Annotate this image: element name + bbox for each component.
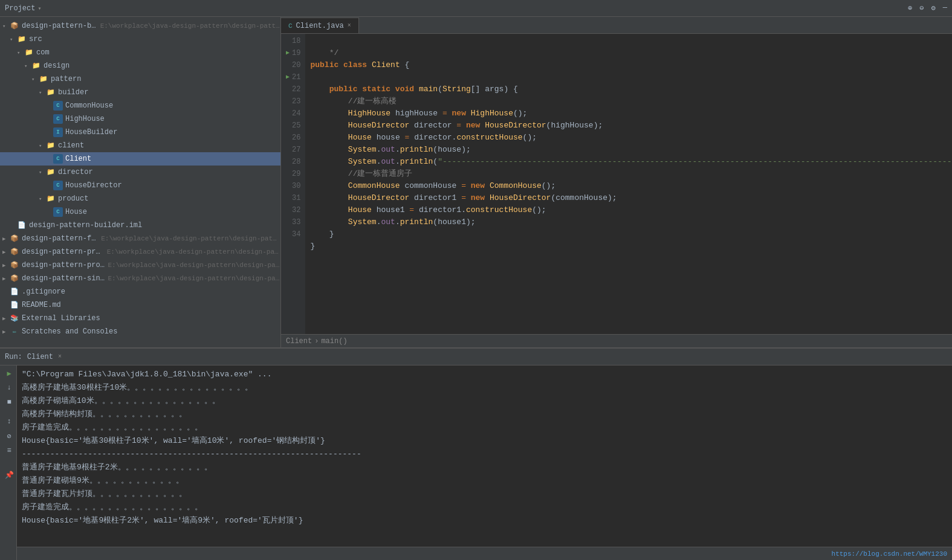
tree-arrow-client[interactable]: ▾ [39,143,46,149]
tree-arrow-pattern[interactable]: ▾ [31,76,39,83]
tree-item-House[interactable]: CHouse [0,205,280,219]
line-34: 34 [286,228,300,240]
tree-item-root[interactable]: ▾📦design-pattern-builderE:\workplace\jav… [0,19,280,33]
tab-close-button[interactable]: × [348,22,351,29]
tree-item-src[interactable]: ▾📁src [0,33,280,46]
tree-arrow-director[interactable]: ▾ [39,169,46,176]
tree-icon-readme: 📄 [10,300,19,310]
main-area: ▾📦design-pattern-builderE:\workplace\jav… [0,17,952,347]
tree-item-extlib[interactable]: ▶📚External Libraries [0,312,280,325]
line-19: ▶19 [286,47,300,59]
tree-arrow-src[interactable]: ▾ [10,36,17,43]
run-button[interactable]: ▶ [2,367,16,380]
tree-icon-HighHouse: C [53,114,63,124]
file-tree: ▾📦design-pattern-builderE:\workplace\jav… [0,17,280,347]
tree-icon-director: 📁 [46,167,56,177]
tree-item-builder[interactable]: ▾📁builder [0,86,280,99]
tree-item-HighHouse[interactable]: CHighHouse [0,112,280,126]
tree-arrow-singleton[interactable]: ▶ [2,275,10,282]
tree-label-House: House [65,208,87,216]
stop-button[interactable]: ■ [2,396,16,409]
breadcrumb-separator: › [314,337,319,346]
tree-label-gitignore: .gitignore [22,288,65,296]
tree-arrow-extlib[interactable]: ▶ [2,315,10,322]
settings-run-button[interactable]: ≡ [2,444,16,457]
tree-arrow-factory[interactable]: ▶ [2,236,10,242]
tree-item-design[interactable]: ▾📁design [0,59,280,72]
code-text[interactable]: */ public class Client { public static v… [305,34,952,334]
tree-icon-design: 📁 [31,61,41,71]
tree-icon-singleton: 📦 [10,274,19,283]
tree-arrow-root[interactable]: ▾ [2,23,10,30]
tree-icon-extlib: 📚 [10,314,19,323]
line-18: 18 [286,35,300,47]
tree-item-com[interactable]: ▾📁com [0,46,280,59]
rerun-button[interactable]: ↓ [2,381,16,394]
tree-item-factory[interactable]: ▶📦design-pattern-factoryE:\workplace\jav… [0,232,280,245]
tree-icon-prototype: 📦 [10,260,19,270]
tree-item-client[interactable]: ▾📁client [0,139,280,152]
tree-item-pattern[interactable]: ▾📁pattern [0,72,280,86]
tree-icon-Client: C [53,154,63,164]
console-line-4: 高楼房子钢结构封顶。。。。。。。。。。。。 [22,408,947,421]
project-dropdown-arrow[interactable]: ▾ [37,5,41,12]
tree-item-CommonHouse[interactable]: CCommonHouse [0,99,280,112]
tree-label-extlib: External Libraries [22,314,100,323]
settings-icon[interactable]: ⚙ [931,4,936,13]
tree-label-iml: design-pattern-builder.iml [29,221,142,230]
add-icon[interactable]: ⊕ [908,4,912,13]
tree-item-HouseBuilder[interactable]: IHouseBuilder [0,126,280,139]
run-tab-client[interactable]: Client [27,353,53,361]
clear-button[interactable]: ⊘ [2,430,16,443]
tree-arrow-com[interactable]: ▾ [17,50,24,56]
tree-item-Client[interactable]: CClient [0,152,280,166]
tree-arrow-design[interactable]: ▾ [24,63,31,69]
tree-item-scratches[interactable]: ▶✏Scratches and Consoles [0,325,280,338]
tree-icon-principle: 📦 [10,247,19,257]
tree-arrow-builder[interactable]: ▾ [39,89,46,96]
editor-area: C Client.java × 18 ▶19 20 ▶21 22 23 24 2… [281,17,952,347]
tree-item-prototype[interactable]: ▶📦design-pattern-prototypeE:\workplace\j… [0,259,280,272]
line-28: 28 [286,156,300,168]
line-33: 33 [286,216,300,228]
java-file-icon: C [288,22,293,30]
tree-icon-builder: 📁 [46,88,56,97]
pin-button[interactable]: 📌 [2,468,16,481]
tree-item-iml[interactable]: 📄design-pattern-builder.iml [0,219,280,232]
breadcrumb-method[interactable]: main() [321,337,347,346]
status-url[interactable]: https://blog.csdn.net/WMY1230 [832,550,947,558]
tree-item-readme[interactable]: 📄README.md [0,298,280,312]
tree-label-director: director [58,168,93,176]
tree-icon-gitignore: 📄 [10,287,19,297]
tab-client-java[interactable]: C Client.java × [281,18,359,33]
tree-arrow-principle[interactable]: ▶ [2,249,10,256]
tree-arrow-product[interactable]: ▾ [39,196,46,202]
tree-arrow-prototype[interactable]: ▶ [2,262,10,269]
line-20: 20 [286,59,300,71]
console-line-1: "C:\Program Files\Java\jdk1.8.0_181\bin\… [22,368,947,381]
subtract-icon[interactable]: ⊖ [919,4,924,13]
tree-item-singleton[interactable]: ▶📦design-pattern-singletonE:\workplace\j… [0,272,280,285]
code-editor[interactable]: 18 ▶19 20 ▶21 22 23 24 25 26 27 28 29 30… [281,34,952,334]
tree-path-factory: E:\workplace\java-design-pattern\design-… [101,235,280,242]
scroll-end-button[interactable]: ↕ [2,415,16,428]
tree-icon-root: 📦 [10,21,19,31]
tree-icon-HouseDirector: C [53,181,63,190]
tree-icon-House: C [53,207,63,217]
breadcrumb-client[interactable]: Client [286,337,312,346]
tree-item-product[interactable]: ▾📁product [0,192,280,205]
tree-item-principle[interactable]: ▶📦design-pattern-principleE:\workplace\j… [0,245,280,259]
tree-item-HouseDirector[interactable]: CHouseDirector [0,179,280,192]
tree-icon-factory: 📦 [10,234,19,243]
run-tab-close[interactable]: × [58,353,62,360]
console-line-3: 高楼房子砌墙高10米。。。。。。。。。。。。。。。。 [22,394,947,408]
title-icons: ⊕ ⊖ ⚙ — [908,4,947,13]
line-30: 30 [286,180,300,192]
tree-arrow-scratches[interactable]: ▶ [2,329,10,335]
minimize-icon[interactable]: — [943,4,947,13]
tab-filename: Client.java [296,22,344,30]
tree-item-gitignore[interactable]: 📄.gitignore [0,285,280,298]
tree-item-director[interactable]: ▾📁director [0,166,280,179]
console-output: "C:\Program Files\Java\jdk1.8.0_181\bin\… [17,365,952,547]
project-label[interactable]: Project ▾ [5,4,41,13]
